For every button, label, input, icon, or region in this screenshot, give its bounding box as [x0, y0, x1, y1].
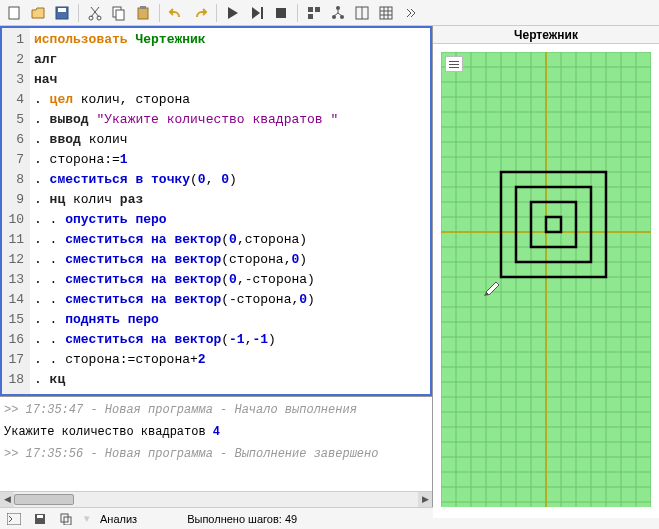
code-area[interactable]: использовать Чертежникалгнач. цел колич,…	[30, 28, 430, 396]
terminal-icon[interactable]	[6, 511, 22, 527]
cut-icon[interactable]	[85, 3, 105, 23]
svg-rect-0	[9, 7, 19, 19]
scroll-thumb[interactable]	[14, 494, 74, 505]
status-steps: Выполнено шагов: 49	[187, 513, 297, 525]
console-log: >> 17:35:47 - Новая программа - Начало в…	[4, 401, 428, 419]
open-icon[interactable]	[28, 3, 48, 23]
left-panel: 1234567891011121314151617181920212223 ис…	[0, 26, 433, 507]
canvas-menu-icon[interactable]	[445, 56, 463, 72]
drawing-canvas[interactable]	[441, 52, 651, 510]
svg-rect-8	[140, 6, 146, 9]
copy-status-icon[interactable]	[58, 511, 74, 527]
chevron-right-icon[interactable]	[400, 3, 420, 23]
svg-rect-7	[138, 8, 148, 19]
step-icon[interactable]	[247, 3, 267, 23]
svg-rect-2	[58, 8, 66, 12]
svg-rect-77	[7, 513, 21, 525]
save-icon[interactable]	[52, 3, 72, 23]
layout-icon[interactable]	[352, 3, 372, 23]
blocks-icon[interactable]	[304, 3, 324, 23]
svg-rect-19	[380, 7, 392, 19]
console-log: >> 17:35:56 - Новая программа - Выполнен…	[4, 445, 428, 463]
toolbar	[0, 0, 659, 26]
svg-rect-9	[261, 7, 263, 19]
svg-rect-79	[37, 515, 43, 518]
scroll-left-arrow[interactable]: ◀	[0, 492, 14, 507]
redo-icon[interactable]	[190, 3, 210, 23]
copy-icon[interactable]	[109, 3, 129, 23]
console[interactable]: >> 17:35:47 - Новая программа - Начало в…	[0, 396, 432, 491]
code-editor[interactable]: 1234567891011121314151617181920212223 ис…	[0, 26, 432, 396]
svg-rect-11	[308, 7, 313, 12]
tree-icon[interactable]	[328, 3, 348, 23]
line-gutter: 1234567891011121314151617181920212223	[2, 28, 30, 396]
svg-rect-13	[308, 14, 313, 19]
console-prompt: Укажите количество квадратов 4	[4, 423, 428, 441]
status-analysis: Анализ	[100, 513, 137, 525]
svg-point-14	[336, 6, 340, 10]
svg-rect-10	[276, 8, 286, 18]
canvas-title: Чертежник	[433, 26, 659, 44]
horizontal-scrollbar[interactable]: ◀ ▶	[0, 491, 432, 507]
run-icon[interactable]	[223, 3, 243, 23]
save-status-icon[interactable]	[32, 511, 48, 527]
new-icon[interactable]	[4, 3, 24, 23]
svg-rect-12	[315, 7, 320, 12]
undo-icon[interactable]	[166, 3, 186, 23]
scroll-right-arrow[interactable]: ▶	[418, 492, 432, 507]
grid-icon[interactable]	[376, 3, 396, 23]
right-panel: Чертежник	[433, 26, 659, 507]
svg-rect-6	[116, 10, 124, 20]
stop-icon[interactable]	[271, 3, 291, 23]
paste-icon[interactable]	[133, 3, 153, 23]
